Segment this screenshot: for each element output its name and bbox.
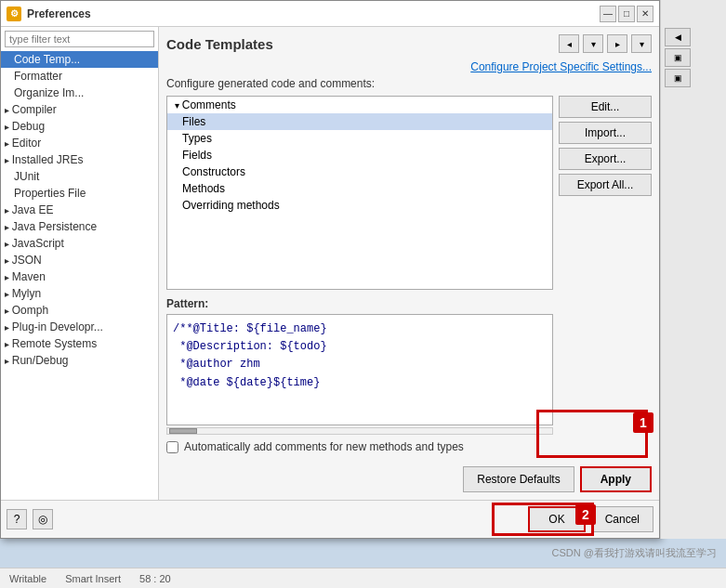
badge-2: 2 <box>575 504 596 525</box>
right-sidebar-buttons: ◀ ▣ ▣ <box>661 0 726 91</box>
oomph-expand-icon <box>5 304 12 317</box>
main-content: Code Templates ◂ ▾ ▸ ▾ Configure Project… <box>159 27 659 500</box>
pattern-editor[interactable]: /**@Title: ${file_name} *@Description: $… <box>166 314 553 425</box>
dialog-footer: ? ◎ OK Cancel 2 <box>1 500 659 538</box>
sidebar-item-code-templates[interactable]: Code Temp... <box>1 51 158 68</box>
cancel-button[interactable]: Cancel <box>591 506 653 532</box>
maximize-button[interactable]: □ <box>618 6 635 22</box>
debug-expand-icon <box>5 120 12 133</box>
sidebar-item-properties-file[interactable]: Properties File <box>1 185 158 202</box>
templates-tree[interactable]: Comments Files Types Fields <box>166 96 553 290</box>
sidebar-item-installed-jres[interactable]: Installed JREs <box>1 151 158 168</box>
sidebar-item-plug-in-development[interactable]: Plug-in Developr... <box>1 319 158 335</box>
left-panel: Comments Files Types Fields <box>166 96 553 453</box>
nav-back-button[interactable]: ◂ <box>559 34 579 53</box>
preferences-button[interactable]: ◎ <box>33 509 53 529</box>
auto-comment-label: Automatically add comments for new metho… <box>184 440 464 453</box>
pattern-scrollbar[interactable] <box>166 427 553 435</box>
right-sidebar: ◀ ▣ ▣ <box>660 0 726 539</box>
run-debug-expand-icon <box>5 354 12 367</box>
sidebar-item-remote-systems[interactable]: Remote Systems <box>1 335 158 352</box>
tree-item-constructors[interactable]: Constructors <box>167 163 552 180</box>
tree-item-comments[interactable]: Comments <box>167 97 552 113</box>
content-header: Code Templates ◂ ▾ ▸ ▾ <box>166 34 652 53</box>
java-persistence-expand-icon <box>5 220 12 233</box>
sidebar-item-json[interactable]: JSON <box>1 252 158 268</box>
configure-project-link[interactable]: Configure Project Specific Settings... <box>470 60 652 73</box>
two-column-layout: Comments Files Types Fields <box>166 96 652 453</box>
compiler-expand-icon <box>5 103 12 116</box>
header-nav: ◂ ▾ ▸ ▾ <box>559 34 652 53</box>
configure-desc: Configure generated code and comments: <box>166 77 652 90</box>
sidebar-item-run-debug[interactable]: Run/Debug <box>1 352 158 369</box>
minimize-button[interactable]: — <box>600 6 616 22</box>
nav-forward-button[interactable]: ▸ <box>607 34 627 53</box>
plugin-expand-icon <box>5 320 12 333</box>
pattern-content: /**@Title: ${file_name} *@Description: $… <box>173 320 547 392</box>
badge-1: 1 <box>633 412 653 433</box>
nav-forward-dropdown-button[interactable]: ▾ <box>631 34 652 53</box>
bottom-buttons: Restore Defaults Apply 1 <box>166 461 652 492</box>
tree-item-types[interactable]: Types <box>167 130 552 147</box>
apply-button[interactable]: Apply <box>580 466 652 492</box>
maven-expand-icon <box>5 270 12 283</box>
sidebar-item-debug[interactable]: Debug <box>1 118 158 135</box>
editor-expand-icon <box>5 137 12 150</box>
sidebar-item-java-ee[interactable]: Java EE <box>1 202 158 218</box>
sidebar-item-editor[interactable]: Editor <box>1 135 158 151</box>
sidebar-item-compiler[interactable]: Compiler <box>1 101 158 118</box>
tree-item-methods[interactable]: Methods <box>167 180 552 197</box>
mylyn-expand-icon <box>5 287 12 300</box>
title-bar: ⚙ Preferences — □ ✕ <box>1 1 659 27</box>
watermark: CSDN @看我打游戏请叫我流至学习 <box>552 546 717 560</box>
status-bar: Writable Smart Insert 58 : 20 <box>0 568 726 588</box>
cursor-position: 58 : 20 <box>139 573 171 584</box>
auto-comment-row: Automatically add comments for new metho… <box>166 440 553 453</box>
writable-status: Writable <box>9 573 46 584</box>
sidebar-item-javascript[interactable]: JavaScript <box>1 235 158 252</box>
jres-expand-icon <box>5 153 12 166</box>
sidebar-item-java-persistence[interactable]: Java Persistence <box>1 218 158 235</box>
json-expand-icon <box>5 254 12 267</box>
javascript-expand-icon <box>5 237 12 250</box>
remote-expand-icon <box>5 337 12 350</box>
pattern-label: Pattern: <box>166 297 553 310</box>
help-button[interactable]: ? <box>7 509 27 529</box>
export-button[interactable]: Export... <box>559 148 652 170</box>
rsb-button-2[interactable]: ▣ <box>665 48 691 67</box>
right-panel: Edit... Import... Export... Export All..… <box>559 96 652 453</box>
rsb-button-1[interactable]: ◀ <box>665 28 691 46</box>
sidebar-item-maven[interactable]: Maven <box>1 268 158 285</box>
tree-item-fields[interactable]: Fields <box>167 147 552 163</box>
sidebar-item-junit[interactable]: JUnit <box>1 168 158 185</box>
filter-input[interactable] <box>5 31 154 47</box>
java-ee-expand-icon <box>5 203 12 216</box>
auto-comment-checkbox[interactable] <box>166 441 178 453</box>
tree-item-files[interactable]: Files <box>167 113 552 130</box>
nav-back-dropdown-button[interactable]: ▾ <box>583 34 603 53</box>
window-controls: — □ ✕ <box>600 6 653 22</box>
sidebar-tree: Code Temp... Formatter Organize Im... Co… <box>1 51 158 500</box>
dialog-title: Preferences <box>27 7 600 20</box>
preferences-dialog: ⚙ Preferences — □ ✕ Code Temp... <box>0 0 660 539</box>
export-all-button[interactable]: Export All... <box>559 174 652 196</box>
sidebar-item-oomph[interactable]: Oomph <box>1 302 158 319</box>
sidebar-item-organize-imports[interactable]: Organize Im... <box>1 85 158 101</box>
import-button[interactable]: Import... <box>559 122 652 144</box>
dialog-icon: ⚙ <box>7 7 21 21</box>
rsb-button-3[interactable]: ▣ <box>665 69 691 87</box>
scrollbar-thumb <box>169 428 197 434</box>
help-row: ? ◎ <box>7 506 53 532</box>
desktop: ⚙ Preferences — □ ✕ Code Temp... <box>0 0 726 588</box>
sidebar-item-mylyn[interactable]: Mylyn <box>1 285 158 302</box>
sidebar: Code Temp... Formatter Organize Im... Co… <box>1 27 159 500</box>
content-title: Code Templates <box>166 36 273 52</box>
tree-item-overriding-methods[interactable]: Overriding methods <box>167 197 552 214</box>
dialog-body: Code Temp... Formatter Organize Im... Co… <box>1 27 659 500</box>
edit-button[interactable]: Edit... <box>559 96 652 118</box>
smart-insert-status: Smart Insert <box>65 573 121 584</box>
restore-defaults-button[interactable]: Restore Defaults <box>463 466 574 492</box>
sidebar-item-formatter[interactable]: Formatter <box>1 68 158 85</box>
close-button[interactable]: ✕ <box>637 6 653 22</box>
